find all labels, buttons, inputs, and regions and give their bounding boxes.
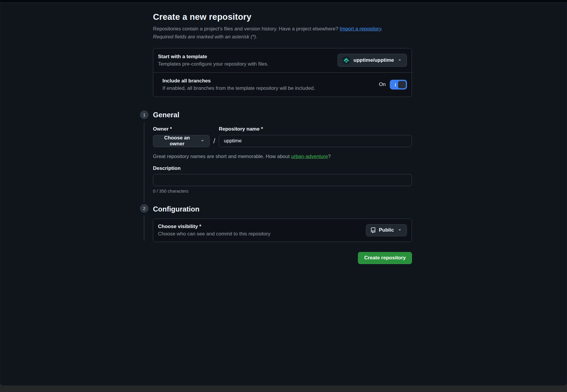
include-branches-row: Include all branches If enabled, all bra… xyxy=(153,72,412,97)
repository-name-input[interactable] xyxy=(219,135,412,147)
template-select-button[interactable]: upptime/upptime xyxy=(338,54,407,67)
visibility-label: Choose visibility * xyxy=(158,224,271,230)
triangle-down-icon xyxy=(397,57,403,64)
include-branches-description: If enabled, all branches from the templa… xyxy=(162,85,315,91)
subtitle-period: . xyxy=(381,26,383,32)
create-repository-button[interactable]: Create repository xyxy=(358,252,412,264)
repo-icon xyxy=(370,227,376,233)
visibility-card: Choose visibility * Choose who can see a… xyxy=(153,219,412,242)
description-label: Description xyxy=(153,165,412,171)
template-row: Start with a template Templates pre-conf… xyxy=(153,48,412,72)
upptime-logo-icon xyxy=(342,56,351,65)
window-top-edge xyxy=(0,0,567,3)
template-card: Start with a template Templates pre-conf… xyxy=(153,48,412,97)
page-title: Create a new repository xyxy=(153,12,412,22)
include-branches-title: Include all branches xyxy=(162,78,315,84)
owner-label: Owner * xyxy=(153,126,219,132)
name-suggestion: Great repository names are short and mem… xyxy=(153,154,412,160)
create-repository-page: Create a new repository Repositories con… xyxy=(0,3,567,386)
include-branches-toggle-group: On xyxy=(379,80,407,90)
include-branches-text: Include all branches If enabled, all bra… xyxy=(162,78,315,91)
suggestion-text: Great repository names are short and mem… xyxy=(153,154,291,159)
toggle-status-label: On xyxy=(379,82,386,87)
step-2-badge: 2 xyxy=(140,204,149,213)
description-char-counter: 0 / 350 characters xyxy=(153,188,412,193)
visibility-text: Choose visibility * Choose who can see a… xyxy=(158,224,271,237)
visibility-description: Choose who can see and commit to this re… xyxy=(158,231,271,237)
triangle-down-icon xyxy=(200,138,205,145)
owner-select-button[interactable]: Choose an owner xyxy=(153,135,210,147)
template-select-value: upptime/upptime xyxy=(353,57,394,63)
template-row-description: Templates pre-configure your repository … xyxy=(158,61,268,67)
step-connector-line xyxy=(144,122,144,202)
general-section-heading: General xyxy=(153,110,412,119)
subtitle-text: Repositories contain a project's files a… xyxy=(153,26,340,32)
owner-select-value: Choose an owner xyxy=(157,135,197,147)
template-row-title: Start with a template xyxy=(158,54,268,60)
description-input[interactable] xyxy=(153,174,412,186)
toggle-knob xyxy=(398,81,406,88)
triangle-down-icon xyxy=(397,227,403,234)
import-repository-link[interactable]: Import a repository xyxy=(340,26,381,32)
suggested-name-link[interactable]: urban-adventure xyxy=(291,154,328,159)
form-steps: 1 2 General Owner * Repository name * Ch… xyxy=(153,110,412,276)
page-subtitle: Repositories contain a project's files a… xyxy=(153,25,412,33)
step-connector-line xyxy=(144,216,144,241)
include-branches-toggle[interactable] xyxy=(390,80,407,90)
configuration-section-heading: Configuration xyxy=(153,205,412,213)
owner-repo-separator: / xyxy=(210,137,219,145)
visibility-select-button[interactable]: Public xyxy=(366,224,407,236)
template-row-text: Start with a template Templates pre-conf… xyxy=(158,54,268,67)
step-1-badge: 1 xyxy=(140,110,149,119)
suggestion-question-mark: ? xyxy=(328,154,331,159)
repository-name-label: Repository name * xyxy=(219,126,263,132)
visibility-select-value: Public xyxy=(379,227,394,233)
toggle-on-mark xyxy=(395,83,396,87)
required-fields-note: Required fields are marked with an aster… xyxy=(153,34,412,40)
